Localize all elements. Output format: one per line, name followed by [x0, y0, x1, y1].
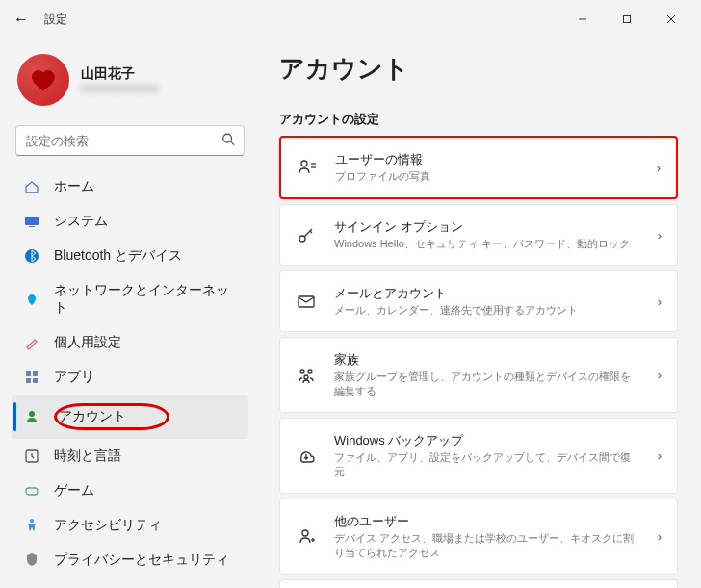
- sidebar-item-label: システム: [54, 213, 108, 230]
- family-icon: [296, 366, 317, 385]
- highlight-annotation: アカウント: [54, 403, 169, 430]
- sidebar-item-label: 時刻と言語: [54, 447, 121, 465]
- svg-point-23: [308, 370, 312, 373]
- accounts-icon: [23, 408, 40, 425]
- setting-title: サインイン オプション: [334, 218, 640, 236]
- sidebar-item-gaming[interactable]: ゲーム: [12, 473, 248, 508]
- setting-title: 家族: [334, 351, 640, 369]
- svg-rect-10: [33, 371, 38, 376]
- shield-icon: [23, 551, 40, 569]
- page-title: アカウント: [279, 52, 678, 86]
- clock-icon: [23, 447, 40, 465]
- chevron-right-icon: ›: [658, 294, 662, 309]
- search-input[interactable]: [15, 125, 245, 156]
- svg-rect-11: [26, 378, 31, 383]
- setting-title: 他のユーザー: [334, 513, 640, 530]
- maximize-button[interactable]: [605, 4, 649, 35]
- key-icon: [296, 225, 317, 244]
- sidebar-item-personalize[interactable]: 個人用設定: [12, 325, 248, 360]
- sidebar-item-accounts[interactable]: アカウント: [12, 395, 248, 439]
- user-email: XXXXXXXXXXX: [81, 83, 159, 94]
- network-icon: [23, 291, 40, 308]
- setting-family[interactable]: 家族家族グループを管理し、アカウントの種類とデバイスの権限を編集する ›: [279, 337, 678, 413]
- sidebar-item-apps[interactable]: アプリ: [12, 360, 248, 395]
- chevron-right-icon: ›: [658, 368, 662, 382]
- sidebar-item-label: ゲーム: [54, 482, 94, 499]
- svg-rect-15: [26, 488, 38, 495]
- titlebar: ← 設定: [0, 0, 701, 38]
- home-icon: [23, 178, 40, 195]
- sidebar-item-label: アカウント: [59, 408, 126, 425]
- setting-backup[interactable]: Windows バックアップファイル、アプリ、設定をバックアップして、デバイス間…: [279, 418, 678, 494]
- setting-signin[interactable]: サインイン オプションWindows Hello、セキュリティ キー、パスワード…: [279, 204, 678, 266]
- search: [15, 125, 245, 156]
- user-name: 山田花子: [81, 65, 159, 83]
- sidebar-item-label: ホーム: [54, 178, 94, 195]
- svg-rect-12: [33, 378, 38, 383]
- svg-point-25: [302, 530, 308, 536]
- setting-work-school[interactable]: 職場または学校へのアクセスメール、アプリ、ネットワークなどの組織リソース ›: [279, 579, 678, 588]
- setting-other-users[interactable]: 他のユーザーデバイス アクセス、職場または学校のユーザー、キオスクに割り当てられ…: [279, 499, 678, 575]
- sidebar-item-home[interactable]: ホーム: [12, 169, 248, 204]
- backup-icon: [296, 447, 317, 466]
- close-button[interactable]: [649, 4, 693, 35]
- settings-window: ← 設定 山田花子 XXXXXXXXXXX: [0, 0, 701, 588]
- setting-title: ユーザーの情報: [335, 151, 639, 168]
- chevron-right-icon: ›: [658, 529, 662, 544]
- minimize-button[interactable]: [560, 4, 605, 35]
- back-button[interactable]: ←: [13, 11, 29, 28]
- svg-point-16: [30, 519, 34, 523]
- sidebar-item-label: Bluetooth とデバイス: [54, 247, 182, 265]
- svg-point-13: [29, 411, 35, 417]
- user-info-icon: [297, 158, 318, 177]
- user-block[interactable]: 山田花子 XXXXXXXXXXX: [12, 46, 248, 121]
- main-panel: アカウント アカウントの設定 ユーザーの情報プロファイルの写真 › サインイン …: [260, 38, 701, 588]
- setting-desc: デバイス アクセス、職場または学校のユーザー、キオスクに割り当てられたアクセス: [334, 531, 640, 560]
- setting-desc: 家族グループを管理し、アカウントの種類とデバイスの権限を編集する: [334, 370, 640, 398]
- setting-desc: ファイル、アプリ、設定をバックアップして、デバイス間で復元: [334, 450, 640, 479]
- svg-rect-1: [624, 16, 631, 23]
- sidebar-item-label: アクセシビリティ: [54, 517, 162, 534]
- sidebar-item-accessibility[interactable]: アクセシビリティ: [12, 508, 248, 543]
- avatar: [17, 54, 69, 106]
- apps-icon: [23, 369, 40, 386]
- chevron-right-icon: ›: [657, 161, 661, 175]
- app-title: 設定: [44, 12, 67, 28]
- sidebar-item-label: ネットワークとインターネット: [54, 282, 238, 317]
- chevron-right-icon: ›: [658, 448, 662, 463]
- setting-desc: メール、カレンダー、連絡先で使用するアカウント: [334, 303, 640, 318]
- setting-desc: Windows Hello、セキュリティ キー、パスワード、動的ロック: [334, 237, 640, 251]
- setting-email[interactable]: メールとアカウントメール、カレンダー、連絡先で使用するアカウント ›: [279, 270, 678, 332]
- svg-rect-7: [29, 226, 35, 227]
- bluetooth-icon: [23, 247, 40, 265]
- svg-point-22: [300, 370, 304, 373]
- chevron-right-icon: ›: [658, 228, 662, 243]
- other-users-icon: [296, 527, 317, 547]
- sidebar-item-label: 個人用設定: [54, 334, 121, 351]
- svg-rect-9: [26, 371, 31, 376]
- sidebar-item-time[interactable]: 時刻と言語: [12, 439, 248, 473]
- sidebar-item-label: アプリ: [54, 369, 94, 386]
- sidebar: 山田花子 XXXXXXXXXXX ホーム システム Bluetooth とデバイ…: [0, 38, 260, 588]
- section-title: アカウントの設定: [279, 111, 678, 128]
- sidebar-item-update[interactable]: Windows Update: [12, 577, 248, 588]
- sidebar-item-network[interactable]: ネットワークとインターネット: [12, 273, 248, 325]
- svg-rect-6: [25, 217, 39, 225]
- sidebar-item-label: プライバシーとセキュリティ: [54, 551, 229, 569]
- setting-title: メールとアカウント: [334, 285, 640, 302]
- sidebar-item-system[interactable]: システム: [12, 204, 248, 239]
- setting-user-info[interactable]: ユーザーの情報プロファイルの写真 ›: [279, 136, 678, 199]
- svg-line-5: [231, 141, 235, 145]
- search-icon: [221, 133, 235, 149]
- svg-point-24: [304, 375, 308, 379]
- personalize-icon: [23, 334, 40, 351]
- sidebar-item-privacy[interactable]: プライバシーとセキュリティ: [12, 543, 248, 577]
- setting-title: Windows バックアップ: [334, 432, 640, 449]
- setting-desc: プロファイルの写真: [335, 169, 639, 184]
- system-icon: [23, 213, 40, 230]
- accessibility-icon: [23, 517, 40, 534]
- svg-point-4: [223, 134, 232, 142]
- svg-point-17: [301, 161, 307, 166]
- mail-icon: [296, 292, 317, 311]
- sidebar-item-bluetooth[interactable]: Bluetooth とデバイス: [12, 239, 248, 273]
